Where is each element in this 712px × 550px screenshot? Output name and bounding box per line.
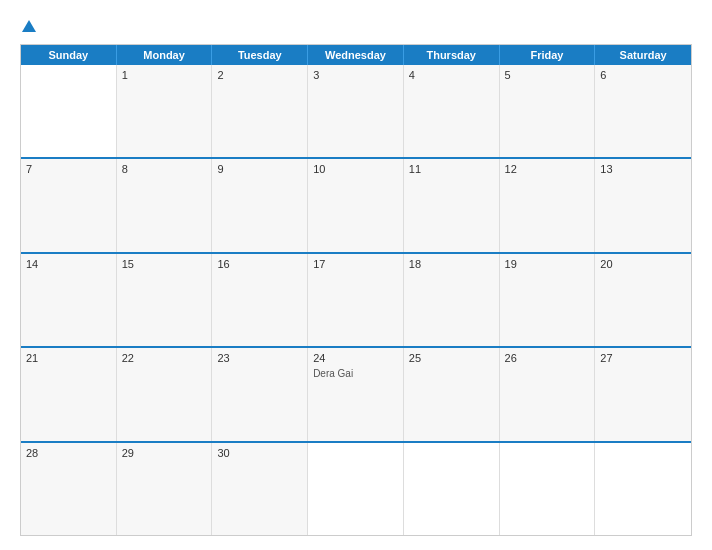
calendar-week-0: 123456 — [21, 65, 691, 159]
calendar-cell: 25 — [404, 348, 500, 440]
day-number: 9 — [217, 163, 302, 175]
calendar-cell: 29 — [117, 443, 213, 535]
day-number: 13 — [600, 163, 686, 175]
calendar-week-4: 282930 — [21, 443, 691, 535]
header-day-sunday: Sunday — [21, 45, 117, 65]
calendar-cell: 17 — [308, 254, 404, 346]
calendar-cell: 30 — [212, 443, 308, 535]
header-day-tuesday: Tuesday — [212, 45, 308, 65]
day-number: 15 — [122, 258, 207, 270]
calendar-cell: 10 — [308, 159, 404, 251]
day-number: 23 — [217, 352, 302, 364]
day-number: 20 — [600, 258, 686, 270]
day-number: 28 — [26, 447, 111, 459]
calendar-cell: 7 — [21, 159, 117, 251]
header-day-friday: Friday — [500, 45, 596, 65]
day-number: 6 — [600, 69, 686, 81]
calendar-cell — [308, 443, 404, 535]
day-number: 12 — [505, 163, 590, 175]
day-number: 8 — [122, 163, 207, 175]
calendar-cell: 20 — [595, 254, 691, 346]
calendar-cell: 5 — [500, 65, 596, 157]
calendar-cell: 3 — [308, 65, 404, 157]
calendar-body: 123456789101112131415161718192021222324D… — [21, 65, 691, 535]
day-number: 1 — [122, 69, 207, 81]
day-number: 4 — [409, 69, 494, 81]
header-day-thursday: Thursday — [404, 45, 500, 65]
calendar-page: SundayMondayTuesdayWednesdayThursdayFrid… — [0, 0, 712, 550]
day-number: 30 — [217, 447, 302, 459]
day-number: 27 — [600, 352, 686, 364]
calendar-cell: 19 — [500, 254, 596, 346]
logo-triangle-icon — [22, 20, 36, 32]
calendar-cell: 9 — [212, 159, 308, 251]
calendar-cell: 4 — [404, 65, 500, 157]
calendar-cell: 22 — [117, 348, 213, 440]
day-number: 5 — [505, 69, 590, 81]
day-number: 19 — [505, 258, 590, 270]
calendar-week-2: 14151617181920 — [21, 254, 691, 348]
day-number: 21 — [26, 352, 111, 364]
calendar-cell: 28 — [21, 443, 117, 535]
calendar-cell: 11 — [404, 159, 500, 251]
event-label: Dera Gai — [313, 368, 398, 379]
day-number: 2 — [217, 69, 302, 81]
calendar-cell: 2 — [212, 65, 308, 157]
calendar-cell: 23 — [212, 348, 308, 440]
calendar-cell: 15 — [117, 254, 213, 346]
day-number: 26 — [505, 352, 590, 364]
logo — [20, 18, 36, 34]
calendar-week-3: 21222324Dera Gai252627 — [21, 348, 691, 442]
day-number: 16 — [217, 258, 302, 270]
calendar-cell — [500, 443, 596, 535]
day-number: 29 — [122, 447, 207, 459]
header-day-wednesday: Wednesday — [308, 45, 404, 65]
calendar-cell — [21, 65, 117, 157]
calendar-cell: 14 — [21, 254, 117, 346]
day-number: 14 — [26, 258, 111, 270]
calendar-cell: 24Dera Gai — [308, 348, 404, 440]
calendar-cell: 12 — [500, 159, 596, 251]
logo-general-text — [20, 18, 36, 34]
calendar-cell: 8 — [117, 159, 213, 251]
day-number: 11 — [409, 163, 494, 175]
day-number: 7 — [26, 163, 111, 175]
day-number: 24 — [313, 352, 398, 364]
calendar-grid: SundayMondayTuesdayWednesdayThursdayFrid… — [20, 44, 692, 536]
day-number: 22 — [122, 352, 207, 364]
day-number: 3 — [313, 69, 398, 81]
day-number: 25 — [409, 352, 494, 364]
calendar-cell: 26 — [500, 348, 596, 440]
calendar-cell: 13 — [595, 159, 691, 251]
day-number: 18 — [409, 258, 494, 270]
calendar-header: SundayMondayTuesdayWednesdayThursdayFrid… — [21, 45, 691, 65]
calendar-cell: 27 — [595, 348, 691, 440]
calendar-cell: 21 — [21, 348, 117, 440]
header-day-saturday: Saturday — [595, 45, 691, 65]
calendar-cell — [595, 443, 691, 535]
calendar-cell: 18 — [404, 254, 500, 346]
page-header — [20, 18, 692, 34]
calendar-cell — [404, 443, 500, 535]
calendar-cell: 1 — [117, 65, 213, 157]
calendar-week-1: 78910111213 — [21, 159, 691, 253]
header-day-monday: Monday — [117, 45, 213, 65]
calendar-cell: 16 — [212, 254, 308, 346]
calendar-cell: 6 — [595, 65, 691, 157]
day-number: 17 — [313, 258, 398, 270]
day-number: 10 — [313, 163, 398, 175]
